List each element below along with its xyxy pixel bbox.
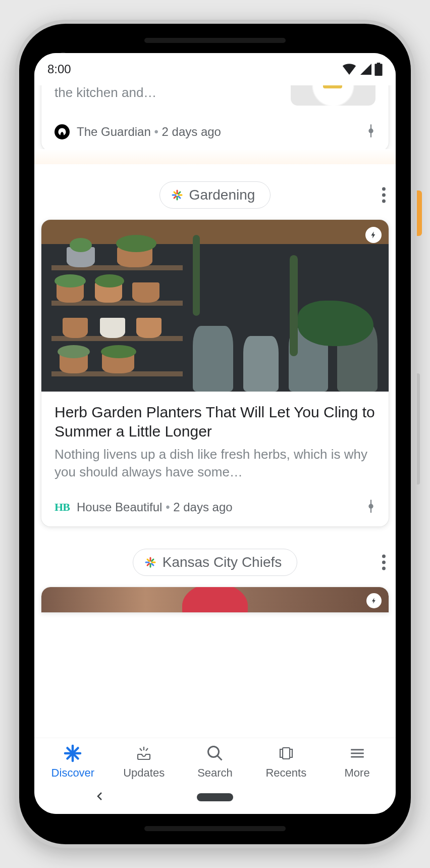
amp-badge-icon (366, 593, 382, 608)
article-footer: The Guardian • 2 days ago (41, 115, 389, 151)
spark-icon (144, 556, 156, 568)
status-bar: 8:00 (34, 53, 396, 85)
nav-label: Discover (51, 766, 95, 780)
nav-more[interactable]: More (321, 743, 393, 780)
nav-discover[interactable]: Discover (37, 743, 109, 780)
topic-header: Gardening (41, 181, 389, 209)
publisher-name: House Beautiful • 2 days ago (77, 500, 233, 514)
svg-line-20 (147, 564, 149, 566)
article-age: 2 days ago (173, 500, 232, 514)
nav-recents[interactable]: Recents (250, 743, 321, 780)
speaker-bottom (144, 826, 286, 831)
topic-chip-label: Kansas City Chiefs (163, 554, 282, 570)
svg-line-17 (147, 559, 149, 561)
svg-point-2 (368, 128, 373, 133)
article-footer: HB House Beautiful • 2 days ago (41, 490, 389, 526)
spark-icon (63, 743, 83, 763)
back-button[interactable] (94, 790, 106, 804)
inbox-icon (134, 743, 154, 763)
phone-bezel: 8:00 The River Cafe chef on his mentors … (19, 24, 411, 844)
cell-signal-icon (359, 64, 371, 75)
phone-frame: 8:00 The River Cafe chef on his mentors … (15, 20, 415, 848)
discover-feed[interactable]: The River Cafe chef on his mentors in th… (34, 85, 396, 738)
battery-icon (374, 63, 383, 76)
nav-label: More (345, 766, 370, 780)
svg-rect-30 (283, 748, 290, 759)
spark-icon (171, 189, 183, 201)
svg-line-18 (151, 564, 153, 566)
volume-button (417, 373, 420, 485)
svg-point-12 (368, 504, 373, 509)
publisher-name: The Guardian • 2 days ago (77, 125, 221, 139)
customize-icon[interactable] (366, 124, 375, 140)
system-nav (34, 781, 396, 814)
home-pill[interactable] (197, 793, 233, 801)
topic-header: Kansas City Chiefs (41, 549, 389, 576)
svg-line-25 (140, 748, 142, 751)
publisher-icon (55, 124, 70, 139)
svg-line-8 (178, 197, 180, 199)
search-icon (205, 743, 225, 763)
nav-label: Search (197, 766, 233, 780)
nav-updates[interactable]: Updates (109, 743, 180, 780)
customize-icon[interactable] (366, 499, 375, 515)
status-icons (342, 63, 383, 76)
svg-line-29 (217, 756, 222, 760)
wifi-icon (342, 64, 356, 75)
publisher-icon: HB (55, 500, 70, 515)
article-age: 2 days ago (162, 125, 221, 138)
svg-point-28 (208, 747, 219, 757)
amp-badge-icon (365, 227, 382, 243)
article-card[interactable]: The River Cafe chef on his mentors in th… (41, 85, 389, 151)
article-card[interactable]: Herb Garden Planters That Will Let You C… (41, 220, 389, 526)
recents-icon (276, 743, 296, 763)
topic-chip-label: Gardening (189, 187, 255, 203)
article-thumbnail (291, 85, 375, 106)
article-title: Herb Garden Planters That Will Let You C… (55, 403, 375, 441)
article-image (41, 220, 389, 392)
topic-overflow-menu[interactable] (382, 555, 386, 570)
status-time: 8:00 (47, 62, 71, 76)
article-snippet: Nothing livens up a dish like fresh herb… (55, 446, 375, 481)
article-snippet: The River Cafe chef on his mentors in th… (55, 85, 281, 102)
svg-line-19 (151, 559, 153, 561)
svg-line-10 (174, 197, 176, 199)
screen: 8:00 The River Cafe chef on his mentors … (34, 53, 396, 814)
topic-chip-gardening[interactable]: Gardening (159, 181, 271, 209)
article-card[interactable] (41, 587, 389, 612)
nav-search[interactable]: Search (180, 743, 251, 780)
svg-line-9 (178, 192, 180, 194)
nav-label: Recents (265, 766, 306, 780)
power-button (417, 190, 422, 236)
speaker-top (144, 38, 286, 43)
topic-overflow-menu[interactable] (382, 187, 386, 203)
bottom-nav: Discover Updates (34, 738, 396, 781)
svg-line-7 (174, 192, 176, 194)
svg-line-27 (146, 748, 148, 751)
menu-icon (347, 743, 367, 763)
topic-chip-kansas-city-chiefs[interactable]: Kansas City Chiefs (133, 549, 298, 576)
section-divider (34, 149, 396, 164)
article-image (41, 587, 389, 612)
nav-label: Updates (123, 766, 165, 780)
